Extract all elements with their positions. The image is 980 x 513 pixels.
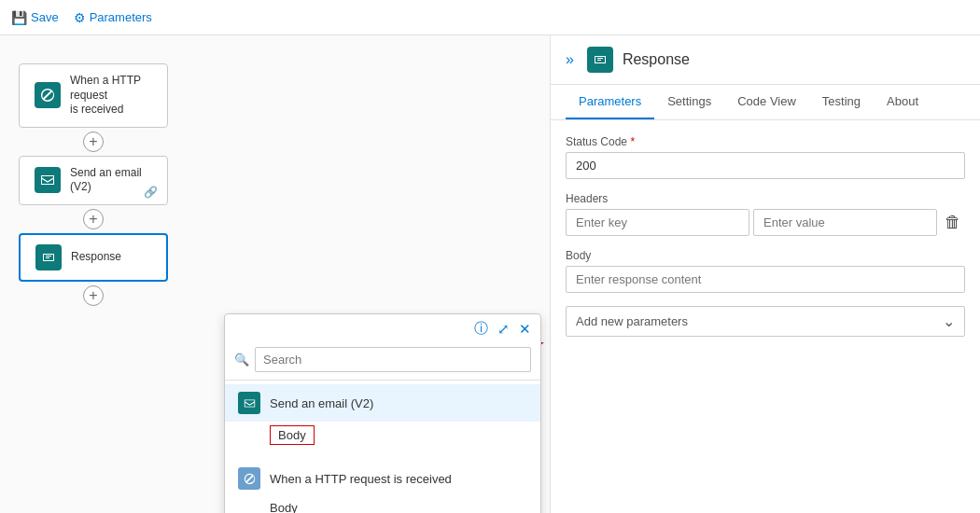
close-icon[interactable]: ✕ (519, 321, 531, 338)
status-code-group: Status Code * (566, 135, 965, 179)
send-email-node[interactable]: Send an email (V2) 🔗 (19, 156, 168, 205)
send-email-icon (35, 167, 61, 193)
flow-container: When a HTTP requestis received + Send an… (19, 63, 168, 310)
body-input[interactable] (566, 266, 965, 293)
body-bordered-item[interactable]: Body (225, 422, 540, 452)
search-box: 🔍 (225, 343, 540, 381)
response-label: Response (71, 250, 121, 265)
http-item-icon (238, 467, 260, 490)
http-body-item[interactable]: Body (225, 497, 540, 513)
email-section-label: Send an email (V2) (270, 396, 373, 410)
save-label: Save (31, 10, 59, 24)
plus-connector-3[interactable]: + (83, 285, 104, 306)
http-request-label: When a HTTP requestis received (70, 74, 152, 118)
dropdown-item-http[interactable]: When a HTTP request is received (225, 460, 540, 497)
expand-icon[interactable]: ⤢ (497, 321, 510, 338)
headers-value-input[interactable] (753, 209, 937, 236)
toolbar: 💾 Save ⚙ Parameters (0, 0, 980, 35)
plus-connector-2[interactable]: + (83, 209, 104, 229)
search-input[interactable] (255, 347, 531, 372)
send-email-label: Send an email (V2) (70, 166, 152, 195)
parameters-button[interactable]: ⚙ Parameters (74, 10, 152, 25)
tab-testing[interactable]: Testing (809, 85, 874, 119)
response-icon (35, 244, 62, 270)
headers-key-input[interactable] (566, 209, 749, 236)
save-icon: 💾 (11, 10, 27, 25)
tab-settings[interactable]: Settings (654, 85, 724, 119)
email-item-icon (238, 392, 260, 414)
tab-parameters[interactable]: Parameters (566, 85, 654, 119)
http-request-node[interactable]: When a HTTP requestis received (19, 63, 168, 128)
body-label: Body (566, 249, 965, 262)
headers-group: Headers 🗑 (566, 192, 965, 236)
canvas: When a HTTP requestis received + Send an… (0, 35, 551, 513)
dropdown-section-email: Send an email (V2) Body (225, 381, 540, 456)
link-icon: 🔗 (144, 186, 158, 199)
http-section-label: When a HTTP request is received (270, 472, 452, 486)
panel-header: » Response (551, 35, 980, 85)
status-code-input[interactable] (566, 152, 965, 179)
tab-code-view[interactable]: Code View (724, 85, 809, 119)
tabs: Parameters Settings Code View Testing Ab… (551, 85, 980, 120)
search-icon: 🔍 (234, 353, 249, 367)
plus-connector-1[interactable]: + (83, 132, 104, 152)
dropdown-section-http: When a HTTP request is received Body (225, 456, 540, 513)
parameters-icon: ⚙ (74, 10, 86, 25)
status-code-label: Status Code * (566, 135, 965, 148)
dropdown-popup: ⓘ ⤢ ✕ 🔍 Send an email (V2) Body (224, 313, 541, 513)
save-button[interactable]: 💾 Save (11, 10, 59, 25)
http-request-icon (35, 82, 61, 108)
tab-about[interactable]: About (874, 85, 931, 119)
info-icon[interactable]: ⓘ (474, 320, 488, 338)
right-panel: » Response Parameters Settings Code View… (551, 35, 980, 513)
response-node[interactable]: Response (19, 233, 168, 282)
headers-row: 🗑 (566, 209, 965, 236)
parameters-label: Parameters (90, 10, 152, 24)
dropdown-item-email[interactable]: Send an email (V2) (225, 384, 540, 422)
body-group: Body (566, 249, 965, 293)
panel-title: Response (623, 51, 690, 68)
panel-expand-icon[interactable]: » (566, 51, 574, 68)
main-area: When a HTTP requestis received + Send an… (0, 35, 980, 513)
dropdown-header: ⓘ ⤢ ✕ (225, 314, 540, 343)
panel-header-icon (587, 47, 613, 73)
add-params[interactable]: Add new parameters ⌄ (566, 306, 965, 337)
headers-delete-icon[interactable]: 🗑 (941, 209, 965, 236)
panel-content: Status Code * Headers 🗑 Body (551, 120, 980, 513)
chevron-down-icon: ⌄ (943, 312, 955, 330)
headers-label: Headers (566, 192, 965, 205)
body-tag-bordered[interactable]: Body (270, 425, 315, 445)
required-marker: * (630, 135, 635, 148)
add-params-label: Add new parameters (576, 314, 688, 328)
